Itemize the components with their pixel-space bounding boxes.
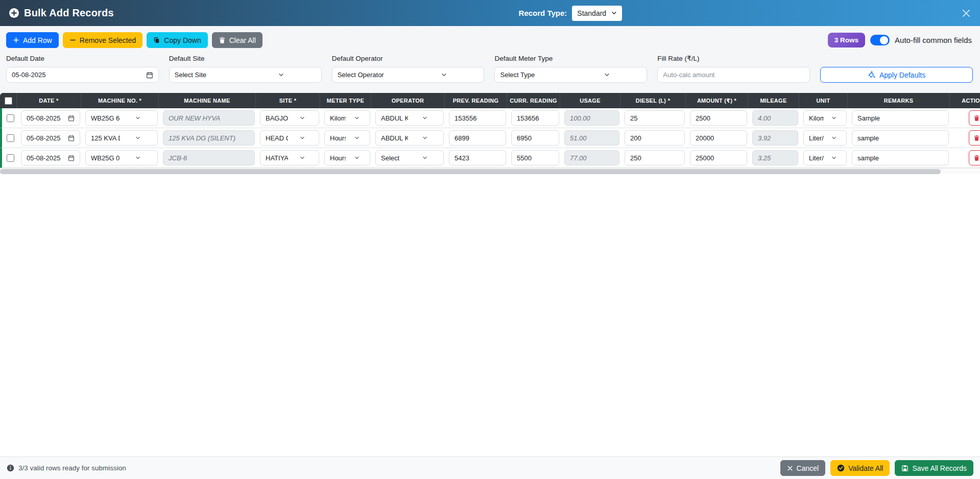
- default-operator-value: Select Operator: [338, 71, 407, 79]
- curr-reading-input[interactable]: 6950: [511, 130, 559, 146]
- site-select[interactable]: HEAD OFFICE: [260, 130, 319, 146]
- machine-no-select[interactable]: WB25G 6616 - OUR N: [85, 110, 158, 126]
- cancel-button[interactable]: Cancel: [780, 460, 826, 476]
- diesel-input[interactable]: 250: [625, 150, 685, 165]
- x-icon: [787, 465, 793, 471]
- chevron-down-icon: [411, 115, 438, 121]
- prev-reading-input[interactable]: 153556: [449, 110, 506, 126]
- bulk-add-records-modal: Bulk Add Records Record Type: Standard A…: [0, 0, 980, 479]
- meter-type-select[interactable]: Hours: [324, 130, 370, 146]
- mileage-field: 3.92: [752, 130, 798, 146]
- remove-selected-button[interactable]: Remove Selected: [63, 32, 143, 48]
- horizontal-scrollbar[interactable]: [0, 168, 980, 174]
- mileage-field: 3.25: [752, 150, 798, 165]
- remarks-input[interactable]: sample: [852, 150, 949, 165]
- default-operator-select[interactable]: Select Operator: [332, 67, 485, 83]
- prev-reading-input[interactable]: 6899: [449, 130, 506, 146]
- amount-input[interactable]: 2500: [690, 110, 747, 126]
- meter-type-select[interactable]: Kilometers: [324, 110, 370, 126]
- col-header-site: SITE *: [255, 93, 320, 108]
- records-table: DATE * MACHINE NO. * MACHINE NAME SITE *…: [0, 93, 980, 168]
- record-type-select[interactable]: Standard: [572, 6, 622, 21]
- unit-select[interactable]: Kilometers/: [803, 110, 847, 126]
- controls-section: Add Row Remove Selected Copy Down Clear …: [0, 26, 980, 93]
- save-icon: [901, 465, 909, 472]
- copy-down-button[interactable]: Copy Down: [147, 32, 207, 48]
- meter-type-select[interactable]: Hours: [324, 150, 370, 165]
- unit-select[interactable]: Liter/Hour: [803, 150, 847, 165]
- col-header-date: DATE *: [16, 93, 81, 108]
- record-type-group: Record Type: Standard: [519, 6, 623, 21]
- default-date-value: 05-08-2025: [12, 71, 46, 79]
- fill-rate-inputbox: [657, 67, 810, 83]
- info-circle-icon: [7, 464, 14, 472]
- table-header-row: DATE * MACHINE NO. * MACHINE NAME SITE *…: [0, 93, 980, 108]
- apply-defaults-field: Apply Defaults: [820, 67, 973, 83]
- row-checkbox[interactable]: [7, 114, 14, 122]
- chevron-down-icon: [349, 135, 365, 140]
- calendar-icon: [68, 135, 75, 141]
- curr-reading-input[interactable]: 153656: [511, 110, 559, 126]
- chevron-down-icon: [123, 155, 152, 160]
- machine-name-field: 125 KVA DG (SILENT): [163, 130, 255, 146]
- default-date-label: Default Date: [6, 55, 159, 62]
- machine-no-select[interactable]: WB25G 0707 - JCB-6: [85, 150, 158, 165]
- autofill-toggle[interactable]: [870, 35, 890, 45]
- fill-rate-input[interactable]: [663, 71, 804, 79]
- default-meter-type-select[interactable]: Select Type: [494, 67, 647, 83]
- diesel-input[interactable]: 25: [625, 110, 685, 126]
- delete-row-button[interactable]: [969, 150, 980, 165]
- default-site-select[interactable]: Select Site: [169, 67, 322, 83]
- default-date-input[interactable]: 05-08-2025: [6, 67, 159, 83]
- remarks-input[interactable]: Sample: [852, 110, 949, 126]
- amount-input[interactable]: 20000: [690, 130, 747, 146]
- clear-all-label: Clear All: [229, 36, 256, 44]
- operator-select[interactable]: ABDUL KADIR ANSAR: [375, 130, 444, 146]
- row-checkbox[interactable]: [7, 134, 14, 142]
- close-icon[interactable]: [962, 9, 971, 18]
- chevron-down-icon: [827, 135, 842, 140]
- select-all-checkbox[interactable]: [5, 97, 12, 105]
- chevron-down-icon: [291, 155, 314, 160]
- toolbar-right: 3 Rows Auto-fill common fields: [828, 33, 974, 47]
- operator-select[interactable]: Select: [375, 150, 444, 165]
- diesel-input[interactable]: 200: [625, 130, 685, 146]
- chevron-down-icon: [291, 115, 314, 121]
- autofill-label: Auto-fill common fields: [895, 36, 972, 44]
- toolbar: Add Row Remove Selected Copy Down Clear …: [0, 26, 980, 48]
- chevron-down-icon: [411, 155, 438, 160]
- col-header-meter-type: METER TYPE: [320, 93, 371, 108]
- col-header-operator: OPERATOR: [371, 93, 444, 108]
- machine-no-select[interactable]: 125 KVA DG (SILENT): [85, 130, 158, 146]
- validate-all-label: Validate All: [848, 464, 883, 472]
- row-checkbox[interactable]: [7, 154, 14, 162]
- delete-row-button[interactable]: [969, 130, 980, 146]
- delete-row-button[interactable]: [969, 110, 980, 126]
- scrollbar-thumb[interactable]: [0, 169, 941, 174]
- apply-defaults-button[interactable]: Apply Defaults: [820, 67, 973, 83]
- operator-select[interactable]: ABDUL KADIR ANSAR: [375, 110, 444, 126]
- remove-selected-label: Remove Selected: [80, 36, 136, 44]
- chevron-down-icon: [827, 155, 842, 160]
- site-select[interactable]: HATIYARA PLAN: [260, 150, 319, 165]
- amount-input[interactable]: 25000: [690, 150, 747, 165]
- save-all-records-button[interactable]: Save All Records: [895, 460, 973, 476]
- trash-icon: [973, 115, 980, 122]
- clear-all-button[interactable]: Clear All: [212, 32, 262, 48]
- validate-all-button[interactable]: Validate All: [830, 460, 890, 476]
- add-row-button[interactable]: Add Row: [6, 32, 59, 48]
- fill-rate-field: Fill Rate (₹/L): [657, 54, 810, 83]
- chevron-down-icon: [123, 115, 152, 121]
- unit-select[interactable]: Liter/Hour: [803, 130, 847, 146]
- row-date-input[interactable]: 05-08-2025: [21, 110, 80, 126]
- chevron-down-icon: [349, 155, 365, 160]
- prev-reading-input[interactable]: 5423: [449, 150, 506, 165]
- curr-reading-input[interactable]: 5500: [511, 150, 559, 165]
- site-select[interactable]: BAGJOLA ( JOB: [260, 110, 319, 126]
- remarks-input[interactable]: sample: [852, 130, 949, 146]
- row-date-input[interactable]: 05-08-2025: [21, 130, 80, 146]
- col-header-amount: AMOUNT (₹) *: [685, 93, 748, 108]
- default-meter-type-value: Select Type: [500, 71, 569, 79]
- row-date-input[interactable]: 05-08-2025: [21, 150, 80, 165]
- chevron-down-icon: [291, 135, 314, 140]
